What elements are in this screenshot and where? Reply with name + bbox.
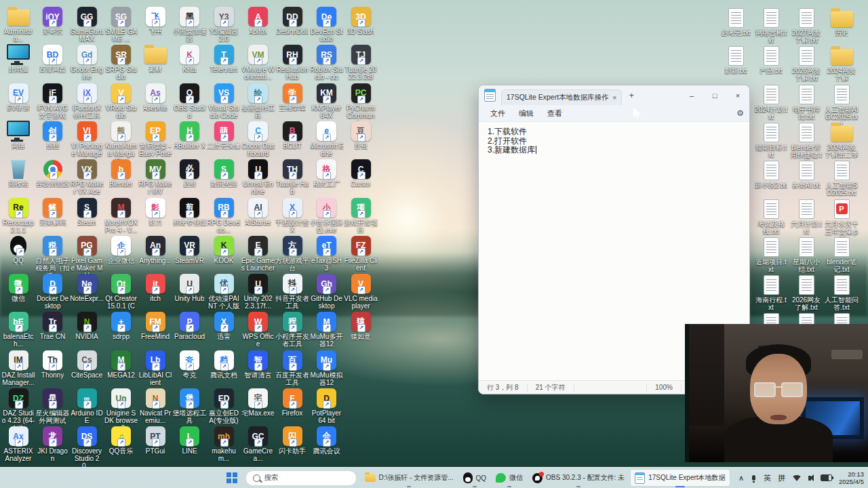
taskbar-search[interactable]: 搜索	[245, 470, 357, 486]
minimize-button[interactable]: –	[680, 86, 703, 105]
taskbar-app-obs[interactable]: OBS 30.2.3 - 配置文件: 未	[528, 470, 629, 486]
desktop-icon[interactable]: T↗Telegram	[207, 42, 241, 73]
desktop-icon[interactable]: Y3↗Y3编辑器 2.0	[207, 4, 241, 43]
taskbar-clock[interactable]: 20:13 2025/4/5	[839, 470, 864, 485]
desktop-icon[interactable]: 程↗小程序开发者工具	[275, 309, 309, 348]
desktop-icon[interactable]: 必↗必剪	[173, 157, 207, 188]
desktop-icon[interactable]: 闪↗闪卡助手	[275, 424, 309, 455]
desktop-icon[interactable]: Administra...	[1, 4, 35, 43]
desktop-icon[interactable]: X↗迅雷	[207, 309, 241, 340]
desktop-icon[interactable]: Tr↗Trae CN	[36, 309, 70, 340]
desktop-icon[interactable]: TJ↗Tuanjie 2022.3.2t8	[344, 42, 378, 81]
taskbar-app-wechat[interactable]: 微信	[492, 470, 527, 486]
desktop-icon[interactable]: C↗Cursor	[344, 157, 378, 188]
desktop-icon[interactable]: SG↗SMILE GAME ...	[104, 4, 138, 43]
desktop-icon[interactable]: D↗PotPlayer 64 bit	[310, 386, 344, 424]
desktop-icon[interactable]: A↗Apifox	[241, 4, 275, 35]
desktop-icon[interactable]: 飞↗飞书	[138, 4, 172, 35]
desktop-icon[interactable]: 项↗游戏开发项目	[344, 195, 378, 234]
desktop-icon[interactable]: e↗Microsoft Edge	[310, 119, 344, 157]
desktop-icon[interactable]: O↗OBS Studio	[173, 81, 207, 119]
desktop-icon[interactable]: 历史	[825, 5, 859, 37]
desktop-icon[interactable]: Re↗Renocapp 2.1.1	[1, 195, 35, 234]
desktop-icon[interactable]: 网络	[1, 119, 35, 150]
tray-chevron-icon[interactable]: ∧	[738, 474, 744, 483]
desktop-icon[interactable]: W↗WPS Office	[241, 309, 275, 348]
desktop-icon[interactable]: B↗BCUT	[275, 119, 309, 150]
desktop-icon[interactable]: DD↗DesignDoll	[275, 4, 309, 35]
desktop-icon[interactable]: 网络古树.txt	[754, 5, 788, 44]
desktop-icon[interactable]: 电子书待读.txt	[789, 82, 823, 121]
desktop-icon[interactable]: 2024计划.txt	[754, 82, 788, 121]
close-button[interactable]: ×	[726, 86, 749, 105]
desktop-icon[interactable]: X↗千图设计室X	[275, 195, 309, 234]
desktop-icon[interactable]: PT↗PTGui	[138, 424, 172, 455]
desktop-icon[interactable]: 小↗小世界国际版.exe	[310, 195, 344, 234]
desktop-icon[interactable]: U↗Unity 2022.3.17f...	[241, 271, 275, 310]
desktop-icon[interactable]: Th↗Thonny	[36, 348, 70, 379]
desktop-icon[interactable]: EV↗EV录屏	[1, 81, 35, 112]
desktop-icon[interactable]: N↗NVIDIA	[70, 309, 104, 340]
desktop-icon[interactable]: 考试及格线.txt	[754, 197, 788, 235]
desktop-icon[interactable]: 抖↗抖音开发者工具	[275, 271, 309, 310]
desktop-icon[interactable]: VR↗SteamVR	[173, 233, 207, 264]
desktop-icon[interactable]: M↗MuMu多开器12	[310, 309, 344, 348]
desktop-icon[interactable]: 3D↗3D Slash	[344, 4, 378, 35]
desktop-icon[interactable]: 豆↗豆包	[344, 119, 378, 150]
desktop-icon[interactable]: Ax↗ASTERIX Analyzer	[1, 424, 35, 462]
desktop-icon[interactable]: iQY↗爱奇艺	[36, 4, 70, 35]
desktop-icon[interactable]: 各类AI.txt	[789, 158, 823, 189]
desktop-icon[interactable]: 素材	[138, 42, 172, 73]
desktop-icon[interactable]: 创↗创想	[36, 119, 70, 150]
desktop-icon[interactable]: U↗Unreal Engine	[241, 157, 275, 195]
desktop-icon[interactable]: N↗Navicat Premiu...	[138, 386, 172, 424]
desktop-icon[interactable]: Gd↗Godot Engine	[70, 42, 104, 81]
desktop-icon[interactable]: 黑↗小黑盒加速器	[173, 4, 207, 43]
desktop-icon[interactable]: iX↗iFuctionX 创作工具	[70, 81, 104, 119]
desktop-icon[interactable]: 此电脑	[1, 42, 35, 73]
desktop-icon[interactable]: 学↗三维学车	[275, 81, 309, 112]
desktop-icon[interactable]: it↗itch	[138, 271, 172, 302]
desktop-icon[interactable]: 会↗腾讯会议	[310, 424, 344, 455]
desktop-icon[interactable]: Gh↗GitHub Desktop	[310, 271, 344, 310]
desktop-icon[interactable]: SR↗SRPG Studio	[104, 42, 138, 81]
desktop-icon[interactable]: 宅↗宅Max.exe	[241, 386, 275, 417]
desktop-icon[interactable]: F↗Firefox	[275, 386, 309, 417]
desktop-icon[interactable]: ↗QQ	[1, 233, 35, 264]
tab-close-icon[interactable]: ×	[612, 94, 616, 102]
taskbar-app-qq[interactable]: QQ	[459, 470, 491, 486]
desktop-icon[interactable]: ♫↗QQ音乐	[104, 424, 138, 455]
desktop-icon[interactable]: TH↗Tuanjie Hub	[275, 157, 309, 195]
ime-mode-indicator[interactable]: 拼	[778, 473, 785, 483]
desktop-icon[interactable]: 格↗格式工厂	[310, 157, 344, 188]
desktop-icon[interactable]: blender笔记.txt	[825, 235, 859, 273]
desktop-icon[interactable]: BD↗百度网盘	[36, 42, 70, 73]
desktop-icon[interactable]: 方↗方块游戏平台	[275, 233, 309, 272]
desktop-icon[interactable]: 六月计划.txt	[789, 197, 823, 235]
desktop-icon[interactable]: 短期目标.txt	[754, 120, 788, 159]
desktop-icon[interactable]: K↗Krita	[173, 42, 207, 73]
desktop-icon[interactable]: M↗MEGA12	[104, 348, 138, 379]
desktop-icon[interactable]: L↗LINE	[173, 424, 207, 455]
desktop-icon[interactable]: FZ↗FileZilla Client	[344, 233, 378, 272]
wifi-icon[interactable]	[792, 475, 802, 481]
desktop-icon[interactable]: K↗KOOK	[207, 233, 241, 264]
desktop-icon[interactable]: GC↗GameCrea...	[241, 424, 275, 462]
desktop-icon[interactable]: M↗MorphVOX Pro 4 - V...	[104, 195, 138, 234]
desktop-icon[interactable]: 近期项目.txt	[754, 235, 788, 273]
desktop-icon[interactable]: KM↗KMPlayer 64X	[310, 81, 344, 119]
desktop-icon[interactable]: 夸↗夸克	[173, 348, 207, 379]
desktop-icon[interactable]: Ne↗NoteExpr...	[70, 271, 104, 302]
desktop-icon[interactable]: 堡↗堡塔远程工具	[173, 386, 207, 424]
desktop-icon[interactable]: 百↗百度开发者工具	[275, 348, 309, 386]
desktop-icon[interactable]: IM↗DAZ Install Manager...	[1, 348, 35, 386]
desktop-icon[interactable]: D↗Docker Desktop	[36, 271, 70, 310]
desktop-icon[interactable]: 2024网友了解第二季	[825, 120, 859, 159]
desktop-icon[interactable]: 猿↗猿如意	[344, 309, 378, 340]
menu-file[interactable]: 文件	[484, 106, 511, 121]
desktop-icon[interactable]: De↗DevEco Studio	[310, 4, 344, 43]
desktop-icon[interactable]: DS↗Discovery Studio 20...	[70, 424, 104, 470]
desktop-icon[interactable]: VX↗RPG Maker VX Ace	[70, 157, 104, 195]
desktop-icon[interactable]: H↗HBuilder X	[173, 119, 207, 150]
microphone-icon[interactable]	[752, 475, 755, 481]
